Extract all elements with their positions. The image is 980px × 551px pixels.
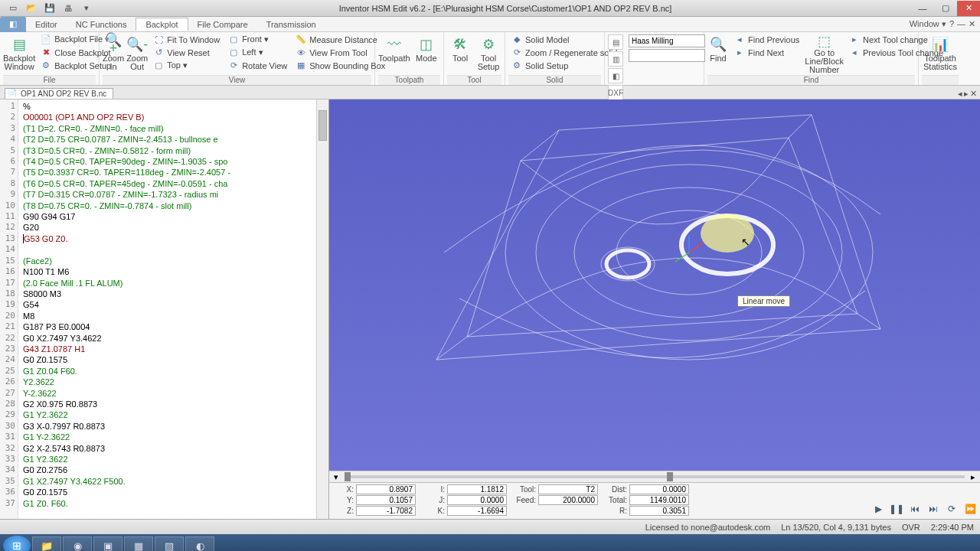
solid-setup-button[interactable]: ⚙Solid Setup	[508, 59, 620, 72]
pause-icon[interactable]: ❚❚	[890, 503, 903, 515]
statusbar: Licensed to none@autodesk.com Ln 13/520,…	[0, 519, 980, 534]
status-position: Ln 13/520, Col 4, 9,131 bytes	[781, 523, 891, 532]
status-license: Licensed to none@autodesk.com	[645, 523, 770, 532]
zoom-out-button[interactable]: 🔍-Zoom Out	[126, 33, 148, 74]
group-toolpath: Toolpath	[378, 75, 440, 85]
qat-more-icon[interactable]: ▾	[80, 2, 93, 15]
tool-setup-button[interactable]: ⚙Tool Setup	[475, 33, 501, 74]
qat-print-icon[interactable]: 🖶	[61, 2, 75, 15]
document-tabstrip: OP1 AND OP2 REV B.nc ◂ ▸ ✕	[0, 86, 980, 99]
status-time: 2:29:40 PM	[931, 523, 974, 532]
fit-window-button[interactable]: ⛶Fit To Window	[150, 33, 223, 46]
backplot-window-button[interactable]: ▤Backplot Window	[3, 33, 35, 74]
task-app4-icon[interactable]: ◐	[185, 536, 214, 551]
toolpath-button[interactable]: 〰Toolpath	[378, 33, 410, 74]
start-button[interactable]: ⊞	[3, 536, 31, 551]
window-title: Inventor HSM Edit v6.2 - [E:\Plurasight …	[100, 4, 911, 13]
qat-open-icon[interactable]: 📂	[24, 2, 38, 15]
svg-line-11	[858, 314, 880, 329]
tab-prev-icon[interactable]: ◂	[958, 89, 962, 99]
machine-select2[interactable]	[629, 49, 705, 62]
minimize-button[interactable]: —	[911, 1, 934, 16]
group-tool: Tool	[447, 75, 501, 85]
mode-button[interactable]: ◫Mode	[413, 33, 440, 74]
task-chrome-icon[interactable]: ◉	[63, 536, 92, 551]
slider-down-icon[interactable]: ▾	[334, 472, 338, 482]
other-ic3[interactable]: ◧	[608, 68, 623, 83]
tab-nc-functions[interactable]: NC Functions	[67, 18, 136, 31]
other-ic2[interactable]: ▥	[608, 51, 623, 67]
app-menu-button[interactable]: ◧	[0, 17, 26, 32]
status-ovr: OVR	[902, 523, 920, 532]
playback-slider[interactable]	[345, 475, 965, 478]
cursor-icon: ↖	[741, 236, 750, 248]
window-menu[interactable]: Window ▾	[910, 19, 946, 29]
tab-backplot[interactable]: Backplot	[136, 18, 188, 31]
find-button[interactable]: 🔍Find	[707, 33, 729, 74]
tab-editor[interactable]: Editor	[26, 18, 67, 31]
find-next-button[interactable]: ▸Find Next	[731, 46, 802, 59]
group-find: Find	[707, 75, 915, 85]
task-app1-icon[interactable]: ▣	[93, 536, 122, 551]
maximize-button[interactable]: ▢	[934, 1, 957, 16]
svg-point-4	[601, 247, 655, 281]
task-explorer-icon[interactable]: 📁	[32, 536, 61, 551]
step-back-icon[interactable]: ⏮	[908, 503, 922, 515]
other-ic4[interactable]: DXF	[608, 85, 623, 100]
qat-new-icon[interactable]: ▭	[6, 2, 20, 15]
svg-point-6	[606, 250, 649, 278]
view-from-tool-button[interactable]: 👁View From Tool	[292, 46, 388, 59]
task-app3-icon[interactable]: ▧	[155, 536, 184, 551]
tool-button[interactable]: 🛠Tool	[447, 33, 473, 74]
left-view-button[interactable]: ▢Left ▾	[225, 46, 290, 59]
tab-transmission[interactable]: Transmission	[257, 18, 325, 31]
measure-button[interactable]: 📏Measure Distance	[292, 33, 388, 46]
help-icon[interactable]: ?	[949, 19, 954, 29]
group-solid: Solid	[508, 75, 601, 85]
qat-save-icon[interactable]: 💾	[43, 2, 57, 15]
ribbon-min-icon[interactable]: —	[957, 19, 965, 29]
svg-line-13	[689, 242, 704, 253]
other-ic1[interactable]: ▤	[608, 34, 623, 50]
top-view-button[interactable]: ▢Top ▾	[150, 59, 223, 72]
readout-x	[356, 484, 416, 494]
machine-select[interactable]	[629, 34, 705, 47]
ribbon-tabs: ◧ Editor NC Functions Backplot File Comp…	[0, 17, 980, 32]
tab-next-icon[interactable]: ▸	[964, 89, 969, 99]
bounding-box-button[interactable]: ▦Show Bounding Box	[292, 59, 388, 72]
rotate-view-button[interactable]: ⟳Rotate View	[225, 59, 290, 72]
task-app2-icon[interactable]: ▦	[124, 536, 153, 551]
front-view-button[interactable]: ▢Front ▾	[225, 33, 290, 46]
view-reset-button[interactable]: ↺View Reset	[150, 46, 223, 59]
ribbon-close-icon[interactable]: ✕	[969, 19, 975, 29]
playback-slider-row: ▾ ▸	[329, 471, 980, 482]
group-view: View	[103, 75, 371, 85]
zoom-in-button[interactable]: 🔍+Zoom In	[103, 33, 124, 74]
goto-line-button[interactable]: ⬚Go to Line/Block Number	[805, 33, 844, 74]
readout-feed	[538, 495, 598, 505]
file-tab[interactable]: OP1 AND OP2 REV B.nc	[5, 88, 113, 99]
svg-line-12	[436, 337, 467, 360]
tab-file-compare[interactable]: File Compare	[188, 18, 257, 31]
readout-i	[447, 484, 507, 494]
nc-code-editor[interactable]: 1 2 3 4 5 6 7 8 9 10 11 12 13 14 15 16 1…	[0, 99, 329, 519]
canvas-tooltip: Linear move	[737, 295, 790, 307]
readout-dist	[629, 484, 689, 494]
svg-marker-8	[467, 138, 858, 337]
find-prev-button[interactable]: ◂Find Previous	[731, 33, 802, 46]
line-gutter: 1 2 3 4 5 6 7 8 9 10 11 12 13 14 15 16 1…	[0, 99, 18, 519]
fast-icon[interactable]: ⏩	[963, 503, 977, 515]
code-scrollbar[interactable]	[316, 99, 328, 519]
code-text[interactable]: % O00001 (OP1 AND OP2 REV B) (T1 D=2. CR…	[18, 99, 316, 519]
close-button[interactable]: ✕	[957, 1, 980, 16]
solid-model-button[interactable]: ◆Solid Model	[508, 33, 620, 46]
toolpath-stats-button[interactable]: 📊Toolpath Statistics	[922, 33, 959, 74]
play-icon[interactable]: ▶	[871, 503, 885, 515]
regen-solid-button[interactable]: ⟳Zoom / Regenerate solid	[508, 46, 620, 59]
loop-icon[interactable]: ⟳	[945, 503, 959, 515]
backplot-canvas[interactable]: ↖ Linear move	[329, 99, 980, 471]
slider-end-icon[interactable]: ▸	[971, 472, 975, 482]
tab-close-icon[interactable]: ✕	[970, 89, 977, 99]
step-fwd-icon[interactable]: ⏭	[926, 503, 940, 515]
titlebar: ▭ 📂 💾 🖶 ▾ Inventor HSM Edit v6.2 - [E:\P…	[0, 0, 980, 17]
